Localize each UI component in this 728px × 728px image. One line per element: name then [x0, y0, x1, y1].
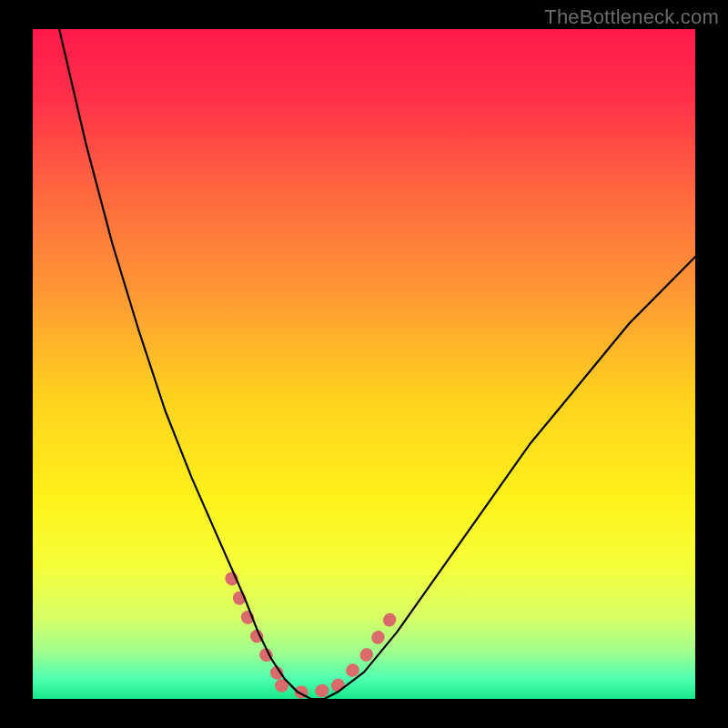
chart-svg — [0, 0, 728, 728]
chart-frame: TheBottleneck.com — [0, 0, 728, 728]
watermark-text: TheBottleneck.com — [544, 5, 719, 29]
